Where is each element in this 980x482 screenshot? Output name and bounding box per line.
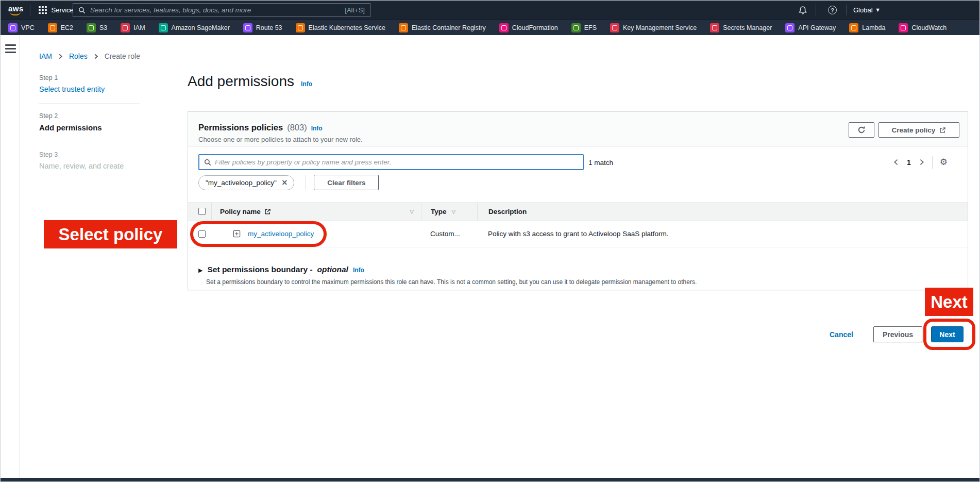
policies-table: Policy name ▽ Type ▽ Description my_acti… xyxy=(188,202,968,247)
services-menu-button[interactable]: Services xyxy=(39,1,77,20)
route53-service-icon xyxy=(243,23,252,32)
global-search-input[interactable] xyxy=(90,6,340,14)
column-type[interactable]: Type xyxy=(431,208,447,215)
external-link-icon xyxy=(939,127,946,134)
table-row: my_activeloop_policy Custom... Policy wi… xyxy=(188,221,968,247)
column-policy-name[interactable]: Policy name xyxy=(220,208,261,215)
policies-count: (803) xyxy=(287,123,307,132)
boundary-title[interactable]: Set permissions boundary - xyxy=(207,265,312,274)
favorites-bar: VPC EC2 S3 IAM Amazon SageMaker Route 53… xyxy=(1,20,979,35)
favorites-item-secrets-manager[interactable]: Secrets Manager xyxy=(710,23,772,32)
filter-tag: "my_activeloop_policy" × xyxy=(198,175,294,190)
next-page-button[interactable] xyxy=(918,159,925,165)
favorites-item-s3[interactable]: S3 xyxy=(87,23,107,32)
wizard-steps: Step 1 Select trusted entity Step 2 Add … xyxy=(39,74,140,170)
region-selector[interactable]: Global ▼ xyxy=(853,1,880,20)
kms-service-icon xyxy=(610,23,619,32)
remove-filter-icon[interactable]: × xyxy=(281,179,288,187)
favorites-item-iam[interactable]: IAM xyxy=(121,23,145,32)
previous-label: Previous xyxy=(883,330,913,339)
refresh-button[interactable] xyxy=(849,122,874,138)
search-shortcut-hint: [Alt+S] xyxy=(345,6,365,14)
favorites-item-label: Elastic Container Registry xyxy=(412,24,486,31)
services-grid-icon xyxy=(39,6,47,14)
favorites-item-label: VPC xyxy=(21,24,35,31)
breadcrumb-roles[interactable]: Roles xyxy=(69,52,88,60)
favorites-item-ecr[interactable]: Elastic Container Registry xyxy=(399,23,486,32)
clear-filters-button[interactable]: Clear filters xyxy=(314,175,379,190)
column-filter-icon[interactable]: ▽ xyxy=(452,209,456,214)
secrets-manager-service-icon xyxy=(710,23,719,32)
ecr-service-icon xyxy=(399,23,408,32)
policy-filter-input[interactable] xyxy=(215,158,578,166)
table-settings-gear-icon[interactable]: ⚙ xyxy=(940,158,948,167)
policy-name-link[interactable]: my_activeloop_policy xyxy=(248,230,314,238)
expand-policy-icon[interactable] xyxy=(233,230,241,238)
row-checkbox[interactable] xyxy=(198,230,206,238)
previous-page-button[interactable] xyxy=(893,159,900,165)
match-count: 1 match xyxy=(588,159,613,167)
column-filter-icon[interactable]: ▽ xyxy=(410,209,414,214)
page-number: 1 xyxy=(907,158,911,167)
next-annotation: Next xyxy=(925,288,973,316)
favorites-item-sagemaker[interactable]: Amazon SageMaker xyxy=(159,23,230,32)
chevron-right-icon xyxy=(93,54,99,59)
page-title: Add permissions xyxy=(188,73,294,90)
favorites-item-label: Amazon SageMaker xyxy=(172,24,230,31)
select-all-checkbox[interactable] xyxy=(198,208,206,215)
select-policy-annotation: Select policy xyxy=(44,220,177,248)
panel-info-link[interactable]: Info xyxy=(311,125,323,132)
favorites-item-label: API Gateway xyxy=(798,24,836,31)
aws-smile-icon xyxy=(10,12,21,15)
favorites-item-ec2[interactable]: EC2 xyxy=(48,23,73,32)
divider xyxy=(932,156,933,169)
next-button[interactable]: Next xyxy=(931,326,964,342)
favorites-item-label: Key Management Service xyxy=(623,24,697,31)
page-info-link[interactable]: Info xyxy=(301,80,312,88)
favorites-item-api-gateway[interactable]: API Gateway xyxy=(785,23,836,32)
external-link-icon xyxy=(264,208,271,215)
sidebar-menu-button[interactable] xyxy=(5,44,16,53)
favorites-item-eks[interactable]: Elastic Kubernetes Service xyxy=(296,23,385,32)
help-icon: ? xyxy=(828,6,837,14)
ec2-service-icon xyxy=(48,23,57,32)
table-header-row: Policy name ▽ Type ▽ Description xyxy=(188,202,968,221)
favorites-item-cloudformation[interactable]: CloudFormation xyxy=(499,23,558,32)
aws-logo[interactable]: aws xyxy=(8,4,24,15)
console-footer-bar xyxy=(1,478,979,482)
cancel-button[interactable]: Cancel xyxy=(830,330,853,339)
policy-filter-box[interactable] xyxy=(198,154,584,170)
breadcrumb-iam[interactable]: IAM xyxy=(39,52,52,60)
favorites-item-route53[interactable]: Route 53 xyxy=(243,23,282,32)
clear-filters-label: Clear filters xyxy=(327,179,365,187)
step-3-name-review-create: Step 3 Name, review, and create xyxy=(39,151,140,170)
favorites-item-kms[interactable]: Key Management Service xyxy=(610,23,697,32)
pagination: 1 ⚙ xyxy=(893,154,948,170)
boundary-info-link[interactable]: Info xyxy=(353,267,364,274)
create-policy-label: Create policy xyxy=(892,126,936,134)
lambda-service-icon xyxy=(849,23,858,32)
step-1-link[interactable]: Select trusted entity xyxy=(39,85,140,93)
favorites-item-lambda[interactable]: Lambda xyxy=(849,23,885,32)
boundary-optional-label: optional xyxy=(317,265,348,274)
sagemaker-service-icon xyxy=(159,23,168,32)
help-button[interactable]: ? xyxy=(827,5,837,15)
refresh-icon xyxy=(857,126,866,134)
divider xyxy=(30,5,30,15)
step-number: Step 1 xyxy=(39,74,140,81)
cloudwatch-service-icon xyxy=(899,23,908,32)
global-search-box[interactable]: [Alt+S] xyxy=(73,3,370,17)
divider xyxy=(39,142,140,142)
iam-service-icon xyxy=(121,23,130,32)
notifications-bell-button[interactable] xyxy=(798,5,807,15)
favorites-item-efs[interactable]: EFS xyxy=(571,23,597,32)
previous-button[interactable]: Previous xyxy=(873,326,922,342)
breadcrumb: IAM Roles Create role xyxy=(39,52,140,60)
expand-section-arrow-icon[interactable]: ▶ xyxy=(198,267,202,274)
policy-description: Policy with s3 access to grant to Active… xyxy=(488,230,668,238)
create-policy-button[interactable]: Create policy xyxy=(878,122,959,138)
favorites-item-vpc[interactable]: VPC xyxy=(8,23,35,32)
search-icon xyxy=(204,159,211,166)
cloudformation-service-icon xyxy=(499,23,509,32)
favorites-item-cloudwatch[interactable]: CloudWatch xyxy=(899,23,947,32)
